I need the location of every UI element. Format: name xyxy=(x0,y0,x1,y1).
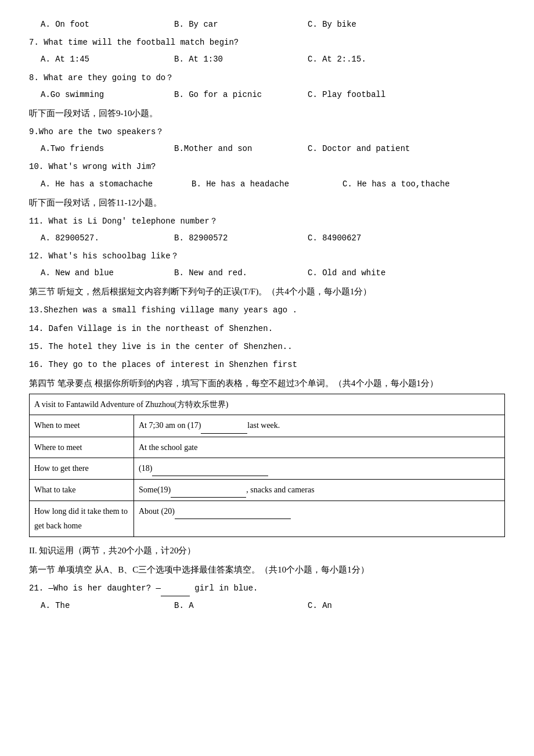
section-3: 第三节 听短文，然后根据短文内容判断下列句子的正误(T/F)。（共4个小题，每小… xyxy=(29,284,505,300)
q21-blank[interactable] xyxy=(161,580,190,596)
section-1112: 听下面一段对话，回答11-12小题。 xyxy=(29,195,505,211)
q10-block: 10. What's wrong with Jim? xyxy=(29,159,505,174)
table-row: What to take Some(19) , snacks and camer… xyxy=(30,479,505,501)
q7-options-line: A. At 1:45 B. At 1:30 C. At 2:.15. xyxy=(41,52,505,67)
q9-option-a: A.Two friends xyxy=(41,142,174,156)
q10-options-line: A. He has a stomachache B. He has a head… xyxy=(41,177,505,192)
q12-text: 12. What's his schoolbag like？ xyxy=(29,251,179,261)
q12-option-b: B. New and red. xyxy=(174,266,308,280)
q16-text: 16. They go to the places of interest in… xyxy=(29,360,297,369)
q12-option-a: A. New and blue xyxy=(41,266,174,280)
table-content-how-get: (18) xyxy=(134,458,505,479)
q11-option-b: B. 82900572 xyxy=(174,231,308,246)
q15-text: 15. The hotel they live is in the center… xyxy=(29,342,293,351)
what-take-text: Some(19) xyxy=(139,485,171,494)
q8-option-c: C. Play football xyxy=(308,88,441,102)
how-long-text: About (20) xyxy=(139,507,175,516)
table-content-what-take: Some(19) , snacks and cameras xyxy=(134,479,505,501)
table-label-how-get: How to get there xyxy=(30,458,134,479)
q8-options-line: A.Go swimming B. Go for a picnic C. Play… xyxy=(41,88,505,102)
q10-text: 10. What's wrong with Jim? xyxy=(29,162,156,171)
q9-option-b: B.Mother and son xyxy=(174,142,308,156)
q13-text: 13.Shezhen was a small fishing village m… xyxy=(29,305,297,315)
q11-option-a: A. 82900527. xyxy=(41,231,174,246)
q8-option-a: A.Go swimming xyxy=(41,88,174,102)
q21-block: 21. —Who is her daughter? — girl in blue… xyxy=(29,580,505,596)
section-ii-sub: 第一节 单项填空 从A、B、C三个选项中选择最佳答案填空。（共10个小题，每小题… xyxy=(29,562,505,578)
q12-block: 12. What's his schoolbag like？ xyxy=(29,248,505,264)
table-row: When to meet At 7;30 am on (17) last wee… xyxy=(30,415,505,437)
q13-block: 13.Shezhen was a small fishing village m… xyxy=(29,302,505,318)
table-title-row: A visit to Fantawild Adventure of Zhuzho… xyxy=(30,394,505,415)
q9-options-line: A.Two friends B.Mother and son C. Doctor… xyxy=(41,142,505,156)
q9-block: 9.Who are the two speakers？ xyxy=(29,124,505,139)
q21-option-a: A. The xyxy=(41,599,174,613)
table-content-how-long: About (20) xyxy=(134,501,505,537)
q11-block: 11. What is Li Dong' telephone number？ xyxy=(29,213,505,229)
q7-option-a: A. At 1:45 xyxy=(41,52,174,67)
section-ii-title: II. 知识运用（两节，共20个小题，计20分） xyxy=(29,543,505,559)
what-take-suffix: , snacks and cameras xyxy=(246,485,314,494)
when-content-text: At 7;30 am on (17) xyxy=(139,421,201,430)
q10-option-b: B. He has a headache xyxy=(192,177,342,192)
section-4: 第四节 笔录要点 根据你所听到的内容，填写下面的表格，每空不超过3个单词。（共4… xyxy=(29,376,505,391)
q11-options-line: A. 82900527. B. 82900572 C. 84900627 xyxy=(41,231,505,246)
table-content-where: At the school gate xyxy=(134,437,505,458)
q11-text: 11. What is Li Dong' telephone number？ xyxy=(29,217,218,226)
q6-option-b: B. By car xyxy=(174,17,308,32)
visit-table: A visit to Fantawild Adventure of Zhuzho… xyxy=(29,394,505,537)
q21-suffix: girl in blue. xyxy=(190,584,258,593)
q7-text: 7. What time will the football match beg… xyxy=(29,38,239,47)
q6-options-line: A. On foot B. By car C. By bike xyxy=(41,17,505,32)
q7-option-c: C. At 2:.15. xyxy=(308,52,441,67)
q7-option-b: B. At 1:30 xyxy=(174,52,308,67)
table-label-how-long: How long did it take them to get back ho… xyxy=(30,501,134,537)
table-label-what-take: What to take xyxy=(30,479,134,501)
exam-content: A. On foot B. By car C. By bike 7. What … xyxy=(29,17,505,613)
table-label-when: When to meet xyxy=(30,415,134,437)
q14-block: 14. Dafen Village is in the northeast of… xyxy=(29,321,505,336)
q8-block: 8. What are they going to do？ xyxy=(29,70,505,85)
table-content-when: At 7;30 am on (17) last week. xyxy=(134,415,505,437)
q21-options-line: A. The B. A C. An xyxy=(41,599,505,613)
q15-block: 15. The hotel they live is in the center… xyxy=(29,339,505,354)
q7-block: 7. What time will the football match beg… xyxy=(29,34,505,50)
how-get-blank[interactable] xyxy=(152,461,268,476)
section-910: 听下面一段对话，回答9-10小题。 xyxy=(29,106,505,121)
table-label-where: Where to meet xyxy=(30,437,134,458)
when-suffix: last week. xyxy=(247,421,280,430)
when-blank[interactable] xyxy=(201,418,247,433)
table-row: How to get there (18) xyxy=(30,458,505,479)
q12-options-line: A. New and blue B. New and red. C. Old a… xyxy=(41,266,505,280)
q8-text: 8. What are they going to do？ xyxy=(29,73,174,82)
table-row: How long did it take them to get back ho… xyxy=(30,501,505,537)
q6-option-a: A. On foot xyxy=(41,17,174,32)
q6-option-c: C. By bike xyxy=(308,17,441,32)
q21-option-b: B. A xyxy=(174,599,308,613)
q9-option-c: C. Doctor and patient xyxy=(308,142,441,156)
q21-text: 21. —Who is her daughter? — xyxy=(29,584,161,593)
q11-option-c: C. 84900627 xyxy=(308,231,441,246)
what-take-blank[interactable] xyxy=(171,483,246,498)
table-title: A visit to Fantawild Adventure of Zhuzho… xyxy=(30,394,505,415)
q10-option-a: A. He has a stomachache xyxy=(41,177,192,192)
q10-option-c: C. He has a too,thache xyxy=(342,177,476,192)
how-get-text: (18) xyxy=(139,464,152,473)
how-long-blank[interactable] xyxy=(175,504,291,519)
q8-option-b: B. Go for a picnic xyxy=(174,88,308,102)
q16-block: 16. They go to the places of interest in… xyxy=(29,357,505,372)
q14-text: 14. Dafen Village is in the northeast of… xyxy=(29,324,273,333)
q9-text: 9.Who are the two speakers？ xyxy=(29,127,164,136)
q12-option-c: C. Old and white xyxy=(308,266,441,280)
q21-option-c: C. An xyxy=(308,599,441,613)
table-row: Where to meet At the school gate xyxy=(30,437,505,458)
